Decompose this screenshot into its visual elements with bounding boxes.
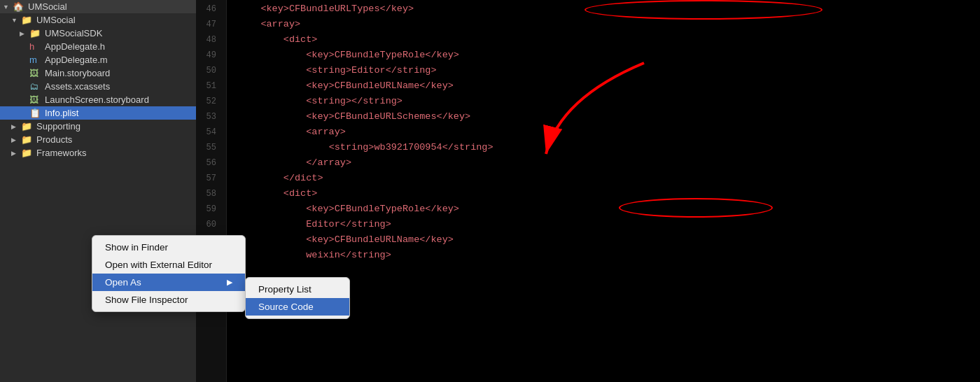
context-menu: Show in FinderOpen with External EditorO… [92, 235, 246, 312]
context-menu-item-show-file-inspector[interactable]: Show File Inspector [92, 291, 245, 309]
code-line: <key>CFBundleURLSchemes</key> [238, 109, 980, 125]
item-label: UMSocial [28, 1, 196, 12]
item-label: AppDelegate.m [45, 55, 196, 65]
folder-icon: 📁 [21, 134, 34, 145]
submenu-item-property-list[interactable]: Property List [246, 281, 349, 298]
line-number: 54 [196, 125, 220, 140]
code-line: <key>CFBundleURLName</key> [238, 78, 980, 94]
expand-arrow: ▶ [20, 30, 29, 37]
code-line: Editor</string> [238, 217, 980, 232]
code-line: <dict> [238, 186, 980, 201]
sidebar-item-launchscreen-storyboard[interactable]: 🖼LaunchScreen.storyboard [0, 93, 196, 106]
expand-arrow: ▶ [11, 136, 21, 143]
storyboard-icon: 🖼 [29, 68, 42, 78]
item-label: LaunchScreen.storyboard [45, 94, 196, 105]
line-number: 49 [196, 48, 220, 63]
menu-label: Open with External Editor [105, 260, 212, 270]
line-number: 47 [196, 17, 220, 32]
sidebar-item-root[interactable]: ▼🏠UMSocial [0, 0, 196, 13]
item-label: UMSocial [36, 15, 196, 25]
item-label: Assets.xcassets [45, 81, 196, 92]
code-content: <key>CFBundleURLTypes</key> <array> <dic… [227, 0, 980, 382]
xcassets-icon: 🗂 [29, 81, 42, 92]
line-number: 52 [196, 94, 220, 109]
line-number: 53 [196, 109, 220, 125]
line-number: 56 [196, 155, 220, 171]
sidebar-item-appdelegate-h[interactable]: hAppDelegate.h [0, 40, 196, 53]
line-number: 50 [196, 63, 220, 78]
context-menu-item-open-as[interactable]: Open As▶ [92, 274, 245, 291]
code-line: <key>CFBundleURLName</key> [238, 232, 980, 248]
code-line: </array> [238, 155, 980, 171]
line-number: 46 [196, 1, 220, 17]
menu-label: Show File Inspector [105, 295, 188, 305]
code-editor: 4647484950515253545556575859606162 <key>… [196, 0, 980, 382]
code-line: <dict> [238, 32, 980, 48]
sidebar-item-main-storyboard[interactable]: 🖼Main.storyboard [0, 66, 196, 80]
code-line: weixin</string> [238, 248, 980, 263]
menu-label: Show in Finder [105, 242, 168, 253]
code-line: <key>CFBundleURLTypes</key> [238, 1, 980, 17]
line-numbers: 4647484950515253545556575859606162 [196, 0, 227, 382]
sidebar-item-products[interactable]: ▶📁Products [0, 133, 196, 146]
folder-icon: 📁 [21, 15, 34, 25]
item-label: Supporting [36, 121, 196, 132]
h-icon: h [29, 41, 42, 52]
expand-arrow: ▼ [11, 17, 21, 24]
line-number: 60 [196, 217, 220, 232]
sidebar-item-supporting[interactable]: ▶📁Supporting [0, 120, 196, 133]
sidebar-item-assets-xcassets[interactable]: 🗂Assets.xcassets [0, 80, 196, 93]
item-label: Frameworks [36, 148, 196, 158]
submenu-label: Property List [258, 284, 312, 295]
item-label: Products [36, 134, 196, 145]
submenu-item-source-code[interactable]: Source Code [246, 298, 349, 316]
submenu: Property ListSource Code [245, 277, 350, 319]
storyboard-icon: 🖼 [29, 94, 42, 105]
sidebar-item-umsocial-folder[interactable]: ▼📁UMSocial [0, 13, 196, 27]
submenu-arrow: ▶ [227, 278, 232, 287]
folder-icon: 📁 [29, 28, 42, 38]
item-label: Main.storyboard [45, 68, 196, 78]
code-line: </dict> [238, 171, 980, 186]
expand-arrow: ▶ [11, 123, 21, 130]
code-line: <key>CFBundleTypeRole</key> [238, 201, 980, 217]
context-menu-item-show-in-finder[interactable]: Show in Finder [92, 239, 245, 256]
line-number: 58 [196, 186, 220, 201]
code-line: <array> [238, 125, 980, 140]
sidebar-item-umsocialsdk[interactable]: ▶📁UMSocialSDK [0, 27, 196, 40]
folder-icon: 📁 [21, 121, 34, 132]
line-number: 48 [196, 32, 220, 48]
item-label: AppDelegate.h [45, 41, 196, 52]
expand-arrow: ▼ [3, 3, 13, 10]
sidebar-item-frameworks[interactable]: ▶📁Frameworks [0, 146, 196, 160]
code-line: <string></string> [238, 94, 980, 109]
line-number: 59 [196, 201, 220, 217]
item-label: Info.plist [45, 108, 196, 118]
item-label: UMSocialSDK [45, 28, 196, 38]
code-line: <string>wb3921700954</string> [238, 140, 980, 155]
code-line: <key>CFBundleTypeRole</key> [238, 48, 980, 63]
line-number: 51 [196, 78, 220, 94]
line-number: 57 [196, 171, 220, 186]
menu-label: Open As [105, 277, 141, 288]
expand-arrow: ▶ [11, 150, 21, 157]
sidebar-item-appdelegate-m[interactable]: mAppDelegate.m [0, 53, 196, 66]
line-number: 55 [196, 140, 220, 155]
m-icon: m [29, 55, 42, 65]
root-icon: 🏠 [13, 1, 25, 12]
submenu-label: Source Code [258, 302, 314, 312]
context-menu-item-open-external[interactable]: Open with External Editor [92, 256, 245, 274]
code-line: <array> [238, 17, 980, 32]
sidebar: ▼🏠UMSocial▼📁UMSocial▶📁UMSocialSDKhAppDel… [0, 0, 196, 382]
plist-icon: 📋 [29, 108, 42, 118]
code-line: <string>Editor</string> [238, 63, 980, 78]
sidebar-item-info-plist[interactable]: 📋Info.plist [0, 106, 196, 120]
folder-icon: 📁 [21, 148, 34, 158]
